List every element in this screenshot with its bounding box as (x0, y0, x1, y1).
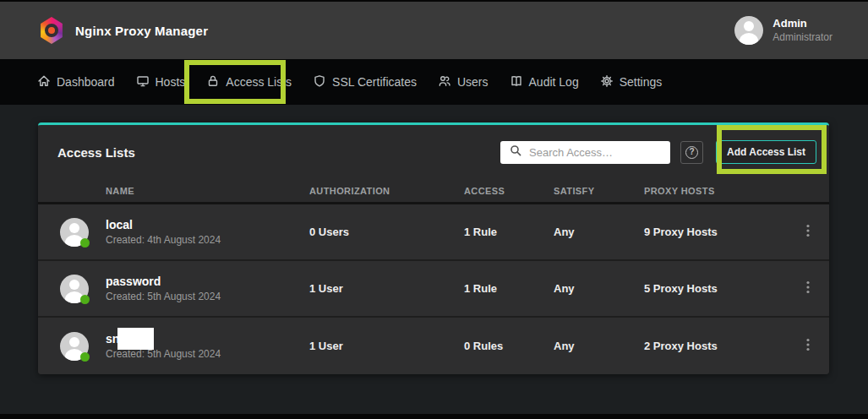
gear-icon (600, 74, 614, 90)
user-menu[interactable]: Admin Administrator (734, 16, 833, 45)
nav-item-label: Settings (620, 75, 663, 89)
access-cell: 1 Rule (464, 226, 554, 238)
user-avatar (734, 16, 763, 45)
row-menu-button[interactable] (787, 224, 829, 240)
column-header-authorization: AUTHORIZATION (309, 186, 464, 196)
access-cell: 1 Rule (464, 282, 554, 295)
help-icon: ? (685, 146, 698, 159)
vertical-dots-icon (806, 224, 810, 240)
access-lists-panel: Access Lists ? Add Access List NAME AUTH… (38, 122, 829, 374)
nav-item-audit-log[interactable]: Audit Log (510, 74, 579, 90)
proxy-hosts-cell: 2 Proxy Hosts (644, 340, 787, 352)
book-icon (510, 74, 523, 90)
satisfy-cell: Any (554, 340, 644, 352)
redaction-box (117, 328, 154, 350)
nav-item-dashboard[interactable]: Dashboard (37, 74, 115, 90)
users-icon (438, 74, 451, 90)
access-list-created: Created: 4th August 2024 (106, 234, 221, 248)
nav-item-label: Dashboard (57, 75, 115, 89)
row-menu-button[interactable] (787, 280, 829, 297)
add-access-list-button[interactable]: Add Access List (716, 140, 816, 164)
shield-icon (313, 74, 326, 90)
lock-icon (206, 74, 220, 90)
access-list-row-local[interactable]: local Created: 4th August 2024 0 Users 1… (38, 204, 829, 261)
online-dot (80, 238, 90, 248)
access-cell: 0 Rules (464, 340, 554, 352)
vertical-dots-icon (806, 338, 810, 354)
online-dot (80, 352, 90, 362)
search-box (500, 141, 670, 164)
column-header-proxy-hosts: PROXY HOSTS (644, 186, 787, 196)
vertical-dots-icon (806, 280, 810, 297)
satisfy-cell: Any (554, 282, 644, 295)
access-list-name: password (106, 274, 221, 289)
access-list-created: Created: 5th August 2024 (106, 291, 221, 304)
row-avatar (60, 275, 89, 303)
nav-item-label: SSL Certificates (332, 75, 417, 89)
access-list-created: Created: 5th August 2024 (106, 348, 221, 362)
proxy-hosts-cell: 9 Proxy Hosts (644, 226, 787, 238)
nav-item-ssl-certificates[interactable]: SSL Certificates (313, 74, 417, 90)
nav-item-label: Users (457, 75, 489, 89)
app-brand[interactable]: Nginx Proxy Manager (39, 17, 208, 44)
bottom-edge-strip (0, 414, 868, 419)
row-avatar (60, 332, 89, 361)
user-role: Administrator (772, 31, 833, 44)
npm-logo-icon (39, 17, 64, 44)
nav-item-settings[interactable]: Settings (600, 74, 663, 90)
monitor-icon (136, 74, 150, 90)
column-header-satisfy: SATISFY (554, 186, 644, 196)
satisfy-cell: Any (554, 226, 644, 238)
help-button[interactable]: ? (680, 141, 703, 164)
row-menu-button[interactable] (787, 338, 829, 354)
search-input[interactable] (529, 146, 663, 159)
nav-item-access-lists[interactable]: Access Lists (206, 74, 292, 90)
nav-item-hosts[interactable]: Hosts (136, 74, 186, 90)
authorization-cell: 1 User (309, 282, 464, 295)
nav-item-label: Audit Log (529, 75, 579, 89)
proxy-hosts-cell: 5 Proxy Hosts (644, 282, 787, 295)
nav-item-users[interactable]: Users (438, 74, 489, 90)
app-header: Nginx Proxy Manager Admin Administrator (0, 2, 868, 59)
main-nav: Dashboard Hosts Access Lists SSL Certifi… (0, 59, 868, 105)
authorization-cell: 0 Users (309, 226, 464, 238)
column-header-name: NAME (38, 186, 309, 196)
user-name: Admin (772, 17, 833, 30)
column-header-access: ACCESS (464, 186, 554, 196)
nav-item-label: Hosts (156, 75, 186, 89)
row-avatar (60, 218, 89, 247)
app-title: Nginx Proxy Manager (75, 24, 208, 38)
panel-header: Access Lists ? Add Access List (38, 125, 829, 179)
panel-title: Access Lists (57, 145, 500, 160)
home-icon (37, 74, 51, 90)
online-dot (80, 295, 90, 304)
access-list-row-sn[interactable]: sn Created: 5th August 2024 1 User 0 Rul… (38, 318, 829, 374)
access-list-row-password[interactable]: password Created: 5th August 2024 1 User… (38, 261, 829, 318)
table-header-row: NAME AUTHORIZATION ACCESS SATISFY PROXY … (38, 179, 829, 204)
access-list-name: local (106, 217, 221, 232)
authorization-cell: 1 User (309, 340, 464, 352)
nav-item-label: Access Lists (226, 75, 292, 89)
search-icon (510, 144, 521, 160)
